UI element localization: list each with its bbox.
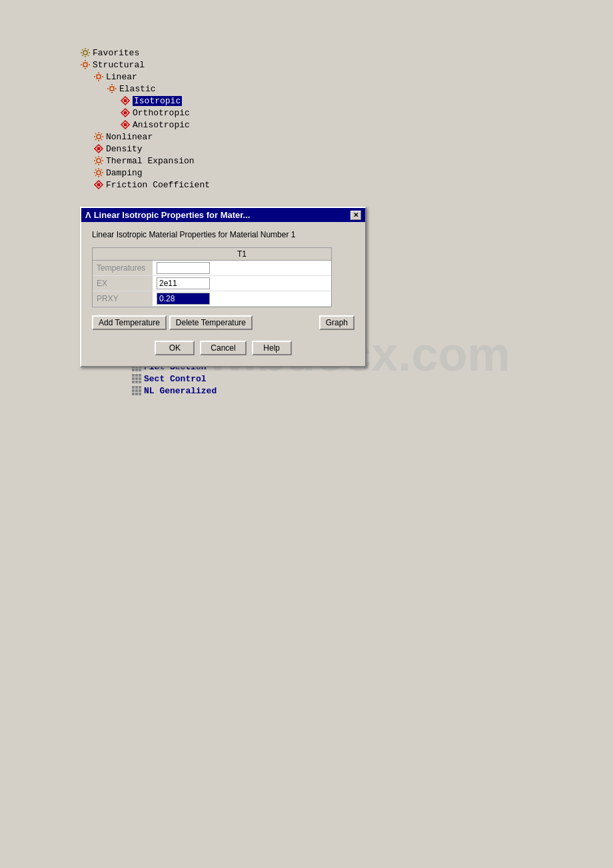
diamond-icon-density [93, 143, 104, 154]
tree-icon-structural [80, 59, 91, 70]
svg-rect-97 [139, 369, 141, 371]
svg-rect-104 [132, 381, 135, 383]
dialog-table: T1 TemperaturesEXPRXY [92, 247, 332, 307]
diamond-icon-anisotropic [120, 119, 131, 130]
tree-label-friction: Friction Coefficient [106, 180, 210, 190]
svg-rect-111 [135, 389, 138, 392]
tree-label-structural: Structural [93, 60, 145, 70]
svg-point-13 [97, 159, 101, 163]
svg-rect-102 [135, 377, 138, 380]
svg-point-7 [124, 111, 127, 115]
tree-item-anisotropic[interactable]: Anisotropic [80, 119, 613, 131]
tree-item-orthotropic[interactable]: Orthotropic [80, 107, 613, 119]
diamond-icon-friction [93, 179, 104, 190]
tree-item-nonlinear[interactable]: Nonlinear [80, 131, 613, 143]
tree-label-anisotropic: Anisotropic [133, 120, 190, 130]
svg-point-16 [97, 183, 101, 187]
svg-rect-108 [135, 386, 138, 389]
dialog-ok-row: OK Cancel Help [92, 335, 354, 358]
tree-label-damping: Damping [106, 168, 143, 178]
svg-point-5 [124, 99, 127, 103]
tree-label-isotropic: Isotropic [133, 96, 182, 106]
svg-point-0 [83, 51, 87, 55]
tree-item-elastic[interactable]: Elastic [80, 83, 613, 95]
svg-rect-101 [132, 377, 135, 380]
tree-label-orthotropic: Orthotropic [133, 108, 190, 118]
dialog-row-value-1[interactable] [153, 276, 331, 291]
graph-button[interactable]: Graph [319, 315, 354, 330]
dialog-title: Linear Isotropic Properties for Mater... [94, 210, 251, 220]
help-button[interactable]: Help [252, 341, 292, 355]
svg-point-10 [97, 135, 101, 139]
t1-col-header: T1 [153, 248, 331, 261]
dialog-title-icon: Λ [85, 210, 91, 220]
tree-icon-elastic [107, 83, 117, 94]
main-container: FavoritesStructuralLinearElasticIsotropi… [0, 0, 613, 191]
dialog-input-2[interactable] [157, 293, 210, 305]
ok-button[interactable]: OK [155, 341, 195, 355]
tree-item-structural[interactable]: Structural [80, 59, 613, 71]
dialog-box: Λ Linear Isotropic Properties for Mater.… [80, 207, 366, 367]
tree-item-friction[interactable]: Friction Coefficient [80, 179, 613, 191]
add-temperature-button[interactable]: Add Temperature [92, 315, 167, 330]
dialog-row-value-2[interactable] [153, 291, 331, 307]
cancel-button[interactable]: Cancel [200, 341, 246, 355]
tree-label-elastic: Elastic [119, 84, 156, 94]
tree-label-nonlinear: Nonlinear [106, 132, 153, 142]
tree-item-density[interactable]: Density [80, 143, 613, 155]
grid-icon-sect_control [131, 373, 142, 384]
gear-icon-thermal_exp [93, 155, 104, 166]
tree-label-favorites: Favorites [93, 48, 139, 58]
tree-item-linear[interactable]: Linear [80, 71, 613, 83]
dialog-row-label-1: EX [93, 276, 153, 291]
svg-rect-105 [135, 381, 138, 383]
tree-label-density: Density [106, 144, 143, 154]
svg-rect-113 [132, 393, 135, 395]
tree-label-thermal_exp: Thermal Expansion [106, 156, 195, 166]
svg-rect-106 [139, 381, 141, 383]
svg-rect-112 [139, 389, 141, 392]
svg-rect-110 [132, 389, 135, 392]
dialog-subtitle: Linear Isotropic Material Properties for… [92, 230, 354, 239]
dialog-row-label-2: PRXY [93, 291, 153, 307]
bottom-tree-item-nl_generalized[interactable]: NL Generalized [80, 385, 613, 397]
svg-rect-103 [139, 377, 141, 380]
svg-rect-99 [135, 374, 138, 377]
label-col-header [93, 248, 153, 261]
svg-rect-114 [135, 393, 138, 395]
dialog-overlay: Λ Linear Isotropic Properties for Mater.… [80, 207, 366, 367]
grid-icon-nl_generalized [131, 385, 142, 396]
tree-item-isotropic[interactable]: Isotropic [80, 95, 613, 107]
top-tree: FavoritesStructuralLinearElasticIsotropi… [80, 47, 613, 191]
dialog-titlebar: Λ Linear Isotropic Properties for Mater.… [81, 208, 365, 222]
dialog-row-value-0[interactable] [153, 261, 331, 276]
svg-point-12 [97, 147, 101, 151]
tree-item-thermal_exp[interactable]: Thermal Expansion [80, 155, 613, 167]
dialog-input-0[interactable] [157, 262, 210, 274]
dialog-row-label-0: Temperatures [93, 261, 153, 276]
gear-icon-nonlinear [93, 131, 104, 142]
bottom-tree-label-nl_generalized: NL Generalized [144, 386, 217, 396]
diamond-icon-isotropic [120, 95, 131, 106]
dialog-buttons-row: Add Temperature Delete Temperature Graph [92, 315, 354, 330]
svg-rect-115 [139, 393, 141, 395]
svg-rect-107 [132, 386, 135, 389]
svg-rect-100 [139, 374, 141, 377]
svg-rect-98 [132, 374, 135, 377]
dialog-input-1[interactable] [157, 277, 210, 289]
delete-temperature-button[interactable]: Delete Temperature [169, 315, 253, 330]
bottom-tree-item-sect_control[interactable]: Sect Control [80, 373, 613, 385]
dialog-close-button[interactable]: ✕ [350, 211, 361, 220]
tree-item-damping[interactable]: Damping [80, 167, 613, 179]
svg-rect-96 [135, 369, 138, 371]
svg-rect-109 [139, 386, 141, 389]
svg-rect-95 [132, 369, 135, 371]
bottom-tree-label-sect_control: Sect Control [144, 374, 207, 384]
tree-item-favorites[interactable]: Favorites [80, 47, 613, 59]
diamond-icon-orthotropic [120, 107, 131, 118]
gear-icon-damping [93, 167, 104, 178]
tree-label-linear: Linear [106, 72, 137, 82]
svg-point-9 [124, 123, 127, 127]
gear2-icon-favorites [80, 47, 91, 58]
dialog-content: Linear Isotropic Material Properties for… [81, 222, 365, 366]
